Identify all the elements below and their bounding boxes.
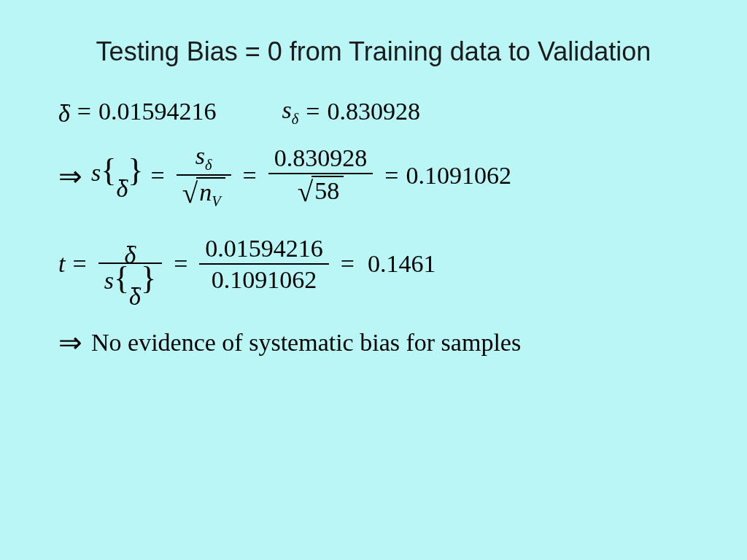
implies-icon: ⇒ [58,160,82,192]
equation-row-means: δ = 0.01594216 sδ = 0.830928 [58,96,689,128]
s-of-delta-bar: s{δ} [91,158,143,195]
slide-title: Testing Bias = 0 from Training data to V… [58,36,689,67]
frac-t-symbolic: δ s{δ} [98,224,162,304]
equals-3: = [150,162,164,190]
t-value: 0.1461 [368,250,436,278]
frac-sdelta-over-sqrtnv: sδ √ nV [177,141,231,211]
slide: Testing Bias = 0 from Training data to V… [0,0,747,560]
s-delta-value: 0.830928 [327,98,420,125]
delta-bar-symbol: δ [58,104,70,120]
equals-2: = [306,98,320,125]
conclusion-text: No evidence of systematic bias for sampl… [91,329,521,357]
implies-icon-2: ⇒ [58,326,82,359]
equation-row-tstat: t = δ s{δ} = 0.01594216 0.1091062 = 0.14… [58,224,689,304]
s-delta-symbol: sδ [282,96,299,128]
equals-4: = [243,162,257,190]
equation-row-stderr: ⇒ s{δ} = sδ √ nV = 0.830928 √ 58 [58,141,689,211]
equals-6: = [72,250,86,278]
delta-bar-value: 0.01594216 [98,98,217,125]
equals-7: = [174,250,187,278]
equals-1: = [77,98,91,125]
t-symbol: t [58,250,65,278]
frac-t-numeric: 0.01594216 0.1091062 [199,233,329,295]
conclusion-row: ⇒ No evidence of systematic bias for sam… [58,326,689,359]
equals-8: = [341,250,355,278]
frac-numeric-stderr: 0.830928 √ 58 [268,143,374,209]
equals-5: = [384,162,398,190]
stderr-value: 0.1091062 [406,162,511,190]
